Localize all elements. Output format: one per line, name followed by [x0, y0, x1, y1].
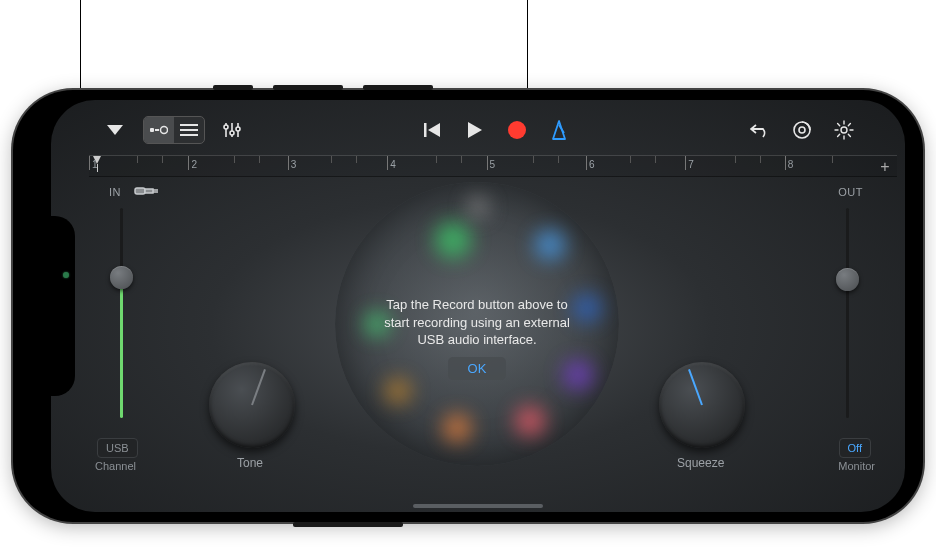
- svg-rect-4: [180, 124, 198, 126]
- svg-marker-0: [107, 125, 123, 135]
- svg-point-8: [224, 125, 228, 129]
- metronome-button[interactable]: [542, 115, 576, 145]
- monitor-button[interactable]: Off: [839, 438, 871, 458]
- svg-point-3: [161, 127, 168, 134]
- tone-label: Tone: [237, 456, 263, 470]
- tracks-view-icon[interactable]: [174, 117, 204, 143]
- ruler-number: 6: [589, 159, 595, 170]
- ruler-number: 2: [191, 159, 197, 170]
- input-level-slider[interactable]: [107, 208, 135, 418]
- phone-hw-button: [273, 85, 343, 90]
- my-songs-button[interactable]: [95, 115, 135, 145]
- output-level-slider[interactable]: [833, 208, 861, 418]
- svg-rect-2: [155, 129, 159, 131]
- input-label: IN: [109, 186, 121, 198]
- svg-line-27: [848, 134, 850, 136]
- svg-point-16: [508, 121, 526, 139]
- svg-line-26: [838, 124, 840, 126]
- notch: [51, 216, 75, 396]
- svg-rect-1: [150, 128, 154, 132]
- channel-caption: Channel: [95, 460, 136, 472]
- monitor-caption: Monitor: [838, 460, 875, 472]
- record-button[interactable]: [500, 115, 534, 145]
- preset-wheel[interactable]: Tap the Record button above to start rec…: [335, 182, 619, 466]
- svg-rect-30: [135, 188, 145, 194]
- ruler-number: 7: [688, 159, 694, 170]
- svg-line-28: [848, 124, 850, 126]
- ruler-number: 1: [92, 159, 98, 170]
- phone-frame: 1 2 3 4 5 6 7 8 + IN OUT: [13, 90, 923, 522]
- go-to-beginning-button[interactable]: [416, 115, 450, 145]
- tone-knob[interactable]: [209, 362, 295, 448]
- timeline-ruler[interactable]: 1 2 3 4 5 6 7 8 +: [89, 155, 897, 177]
- add-section-button[interactable]: +: [873, 156, 897, 178]
- plug-icon: [133, 184, 153, 198]
- svg-marker-17: [553, 121, 565, 139]
- svg-line-29: [838, 134, 840, 136]
- view-segmented-control[interactable]: [143, 116, 205, 144]
- svg-point-20: [799, 127, 805, 133]
- ruler-number: 8: [788, 159, 794, 170]
- svg-rect-13: [424, 123, 427, 137]
- channel-button[interactable]: USB: [97, 438, 138, 458]
- ruler-number: 4: [390, 159, 396, 170]
- toolbar: [51, 106, 905, 154]
- ruler-number: 5: [490, 159, 496, 170]
- svg-point-10: [230, 131, 234, 135]
- svg-rect-6: [180, 134, 198, 136]
- squeeze-label: Squeeze: [677, 456, 724, 470]
- svg-rect-5: [180, 129, 198, 131]
- svg-point-21: [841, 127, 847, 133]
- phone-hw-button: [213, 85, 253, 90]
- screen: 1 2 3 4 5 6 7 8 + IN OUT: [51, 100, 905, 512]
- dialog-text: Tap the Record button above to start rec…: [372, 296, 582, 349]
- loop-browser-button[interactable]: [785, 115, 819, 145]
- svg-point-12: [236, 127, 240, 131]
- phone-hw-button: [363, 85, 433, 90]
- output-label: OUT: [838, 186, 863, 198]
- play-button[interactable]: [458, 115, 492, 145]
- svg-marker-15: [468, 122, 482, 138]
- track-controls-button[interactable]: [215, 115, 249, 145]
- settings-button[interactable]: [827, 115, 861, 145]
- undo-button[interactable]: [743, 115, 777, 145]
- squeeze-knob[interactable]: [659, 362, 745, 448]
- phone-hw-button: [293, 522, 403, 527]
- svg-marker-14: [428, 123, 440, 137]
- dialog-ok-button[interactable]: OK: [448, 357, 507, 380]
- home-indicator[interactable]: [413, 504, 543, 508]
- svg-rect-31: [145, 189, 153, 193]
- instrument-view-icon[interactable]: [144, 117, 174, 143]
- ruler-number: 3: [291, 159, 297, 170]
